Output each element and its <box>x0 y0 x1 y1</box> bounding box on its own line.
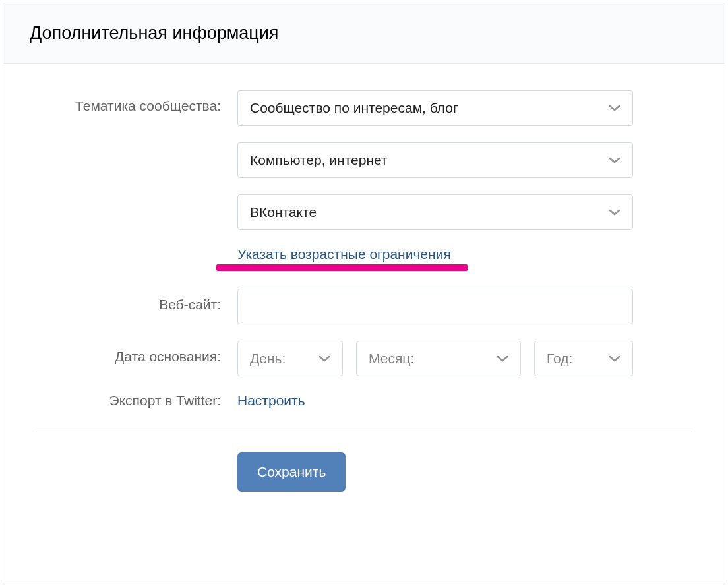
select-year[interactable]: Год: <box>534 341 633 376</box>
select-day-value: День: <box>250 351 286 367</box>
label-community-topic: Тематика сообщества: <box>36 90 237 114</box>
topic-selects-group: Сообщество по интересам, блог Компьютер,… <box>237 90 633 262</box>
website-input[interactable] <box>237 289 633 324</box>
select-topic-primary-value: Сообщество по интересам, блог <box>250 100 458 116</box>
save-row: Сохранить <box>36 452 692 492</box>
panel-body: Тематика сообщества: Сообщество по интер… <box>3 64 725 512</box>
select-topic-tertiary[interactable]: ВКонтакте <box>237 194 633 230</box>
separator <box>36 432 692 432</box>
founded-date-group: День: Месяц: Год: <box>237 341 633 376</box>
twitter-configure-link[interactable]: Настроить <box>237 393 305 409</box>
select-topic-primary[interactable]: Сообщество по интересам, блог <box>237 90 633 126</box>
highlight-annotation <box>216 264 468 271</box>
chevron-down-icon <box>609 102 621 114</box>
chevron-down-icon <box>609 353 621 365</box>
panel-title: Дополнительная информация <box>30 23 698 44</box>
label-website: Веб-сайт: <box>36 289 237 312</box>
row-website: Веб-сайт: <box>36 289 692 324</box>
select-day[interactable]: День: <box>237 341 343 376</box>
row-founded-date: Дата основания: День: Месяц: Год: <box>36 341 692 376</box>
panel-header: Дополнительная информация <box>3 3 725 64</box>
age-restriction-row: Указать возрастные ограничения <box>237 247 451 262</box>
chevron-down-icon <box>497 353 508 365</box>
chevron-down-icon <box>318 353 330 365</box>
age-restriction-link[interactable]: Указать возрастные ограничения <box>237 247 451 262</box>
select-year-value: Год: <box>547 351 572 367</box>
select-topic-secondary-value: Компьютер, интернет <box>250 152 388 168</box>
save-button[interactable]: Сохранить <box>237 452 346 492</box>
select-month[interactable]: Месяц: <box>356 341 521 376</box>
select-month-value: Месяц: <box>369 351 414 367</box>
label-founded-date: Дата основания: <box>36 341 237 365</box>
chevron-down-icon <box>609 154 621 166</box>
label-twitter-export: Экспорт в Twitter: <box>36 393 237 409</box>
row-community-topic: Тематика сообщества: Сообщество по интер… <box>36 90 692 262</box>
select-topic-tertiary-value: ВКонтакте <box>250 204 317 220</box>
row-twitter-export: Экспорт в Twitter: Настроить <box>36 393 692 409</box>
additional-info-panel: Дополнительная информация Тематика сообщ… <box>3 3 725 585</box>
select-topic-secondary[interactable]: Компьютер, интернет <box>237 142 633 178</box>
chevron-down-icon <box>609 206 621 218</box>
